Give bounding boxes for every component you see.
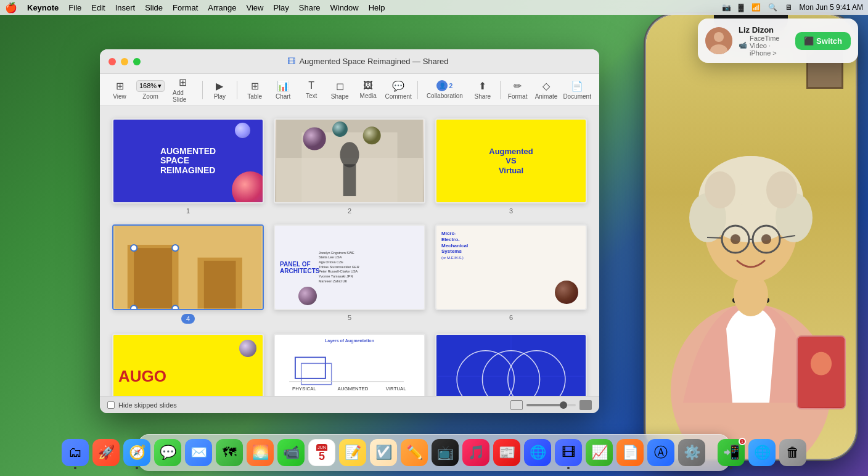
menu-view[interactable]: View: [247, 3, 264, 12]
dock-maps[interactable]: 🗺: [216, 439, 243, 466]
menu-slide[interactable]: Slide: [145, 3, 163, 12]
zoom-slider[interactable]: [526, 404, 576, 406]
news-icon: 📰: [499, 445, 515, 461]
dock-notes[interactable]: 📝: [339, 439, 366, 466]
facetime-switch-button[interactable]: ⬛ Switch: [795, 32, 851, 50]
toolbar-media[interactable]: 🖼 Media: [354, 78, 382, 102]
toolbar-format[interactable]: ✏ Format: [504, 78, 531, 102]
dock-finder[interactable]: 🗂: [62, 439, 89, 466]
menu-format[interactable]: Format: [173, 3, 198, 12]
dock-downloads[interactable]: 🌐: [748, 439, 776, 466]
list-view-button[interactable]: [579, 400, 592, 410]
toolbar-comment[interactable]: 💬 Comment: [383, 78, 414, 102]
collab-icon-row: 👤 2: [436, 80, 452, 91]
dock-numbers[interactable]: 📈: [586, 439, 613, 466]
toolbar-view[interactable]: ⊞ View: [106, 78, 133, 102]
dock-appstore[interactable]: Ⓐ: [647, 439, 674, 466]
menu-file[interactable]: File: [68, 3, 81, 12]
slide-item-8[interactable]: Layers of Augmentation PHYSICAL AUGMENTE…: [274, 334, 425, 396]
translate-icon: 🌐: [530, 445, 546, 461]
toolbar-text[interactable]: T Text: [298, 78, 325, 102]
slide-thumb-3[interactable]: AugmentedVSVirtual: [435, 118, 587, 203]
slide-num-badge-4: 4: [181, 314, 195, 324]
slide-thumb-4[interactable]: Spatial Mapping: [112, 224, 264, 310]
hide-skipped-checkbox[interactable]: [107, 401, 115, 409]
app-name[interactable]: Keynote: [27, 3, 59, 12]
dock-translate[interactable]: 🌐: [524, 439, 551, 466]
slide-item-1[interactable]: AUGMENTEDSPACEREIMAGINED 1: [112, 118, 264, 215]
svg-point-17: [131, 306, 137, 309]
dock-facetime2[interactable]: 📲 1: [718, 439, 745, 466]
slide-item-6[interactable]: Micro-Electro-MechanicalSystems (or M.E.…: [435, 224, 587, 323]
toolbar-table[interactable]: ⊞ Table: [241, 78, 268, 102]
toolbar-chart[interactable]: 📊 Chart: [269, 78, 297, 102]
slide-thumb-1[interactable]: AUGMENTEDSPACEREIMAGINED: [112, 118, 264, 203]
slide-thumb-7[interactable]: AUGO: [112, 334, 264, 396]
switch-icon: ⬛: [804, 36, 814, 46]
slide-thumb-6[interactable]: Micro-Electro-MechanicalSystems (or M.E.…: [435, 224, 587, 310]
dock-trash[interactable]: 🗑: [779, 439, 806, 466]
dock-keynote[interactable]: 🎞: [555, 439, 582, 466]
toolbar-zoom[interactable]: 168% ▾ Zoom: [134, 78, 166, 102]
svg-rect-55: [811, 375, 832, 408]
maximize-button[interactable]: [133, 58, 141, 65]
dock-photos[interactable]: 🌅: [247, 439, 274, 466]
search-icon[interactable]: 🔍: [768, 3, 777, 12]
slide-item-3[interactable]: AugmentedVSVirtual 3: [435, 118, 587, 215]
dock-safari[interactable]: 🧭: [123, 439, 150, 466]
zoom-slider-thumb[interactable]: [560, 401, 567, 409]
menu-insert[interactable]: Insert: [115, 3, 136, 12]
toolbar-sep-3: [417, 81, 418, 99]
toolbar-collaboration[interactable]: 👤 2 Collaboration: [422, 78, 468, 102]
slide-item-7[interactable]: AUGO 7: [112, 334, 264, 396]
dock-music[interactable]: 🎵: [462, 439, 489, 466]
menu-arrange[interactable]: Arrange: [208, 3, 236, 12]
pages-icon: 📄: [622, 445, 639, 461]
dock-messages[interactable]: 💬: [154, 439, 181, 466]
minimize-button[interactable]: [121, 58, 128, 65]
dock-freeform[interactable]: ✏️: [401, 439, 428, 466]
grid-view-button[interactable]: [510, 400, 523, 410]
slide-thumb-9[interactable]: PHYSICAL AUGMENTED VIRTUAL: [435, 334, 587, 396]
slide-thumb-5[interactable]: PANEL OFARCHITECTS Jocelyn Engstrom SWE …: [274, 224, 425, 310]
keynote-dock-icon: 🎞: [562, 445, 575, 461]
apple-menu[interactable]: 🍎: [5, 2, 17, 14]
hide-skipped-area[interactable]: Hide skipped slides: [107, 401, 177, 409]
toolbar-play[interactable]: ▶ Play: [206, 78, 233, 102]
dock-appletv[interactable]: 📺: [432, 439, 459, 466]
toolbar-shape[interactable]: ◻ Shape: [326, 78, 353, 102]
menu-window[interactable]: Window: [330, 3, 358, 12]
self-view-thumbnail: [796, 335, 846, 409]
dock-systemprefs[interactable]: ⚙️: [678, 439, 705, 466]
menu-share[interactable]: Share: [299, 3, 321, 12]
toolbar-share[interactable]: ⬆ Share: [469, 78, 496, 102]
toolbar-add-slide[interactable]: ⊞ Add Slide: [168, 74, 199, 105]
slide-item-4[interactable]: Spatial Mapping: [112, 224, 264, 323]
media-icon: 🖼: [363, 80, 373, 91]
toolbar-document[interactable]: 📄 Document: [561, 78, 593, 102]
svg-rect-7: [343, 164, 356, 196]
zoom-select[interactable]: 168% ▾: [136, 80, 165, 92]
slide-thumb-2[interactable]: [274, 118, 425, 203]
add-slide-icon: ⊞: [179, 76, 187, 88]
dock-calendar[interactable]: JUN 5: [308, 439, 335, 466]
dock-launchpad[interactable]: 🚀: [92, 439, 120, 466]
slide-item-5[interactable]: PANEL OFARCHITECTS Jocelyn Engstrom SWE …: [274, 224, 425, 323]
menu-play[interactable]: Play: [273, 3, 289, 12]
dock-mail[interactable]: ✉️: [185, 439, 212, 466]
menu-help[interactable]: Help: [369, 3, 385, 12]
slide-item-9[interactable]: PHYSICAL AUGMENTED VIRTUAL: [435, 334, 587, 396]
chart-icon: 📊: [277, 80, 289, 92]
safari-dot: [136, 467, 138, 469]
table-label: Table: [247, 93, 262, 100]
dock-reminders[interactable]: ☑️: [370, 439, 397, 466]
slide-item-2[interactable]: 2: [274, 118, 425, 215]
toolbar-animate[interactable]: ◇ Animate: [533, 78, 560, 102]
facetime-subtitle: 📹 FaceTime Video · iPhone >: [739, 35, 789, 57]
slide-thumb-8[interactable]: Layers of Augmentation PHYSICAL AUGMENTE…: [274, 334, 425, 396]
dock-news[interactable]: 📰: [493, 439, 520, 466]
menu-edit[interactable]: Edit: [91, 3, 105, 12]
dock-pages[interactable]: 📄: [616, 439, 644, 466]
dock-facetime[interactable]: 📹: [277, 439, 305, 466]
close-button[interactable]: [108, 58, 116, 65]
